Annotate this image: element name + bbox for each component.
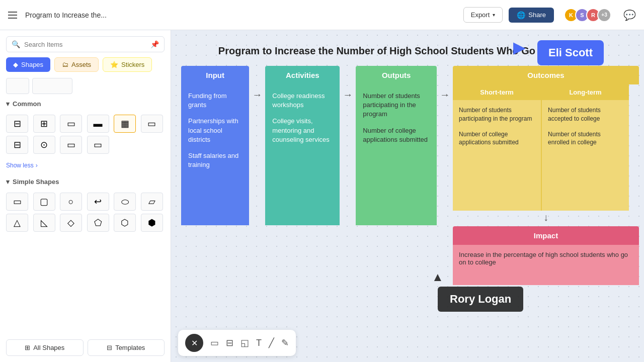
collapse-arrow-icon: ▾ (6, 178, 10, 186)
list-item: Number of students accepted to college (548, 106, 623, 123)
bottom-buttons: ⊞ All Shapes ⊟ Templates (6, 339, 165, 356)
show-less-label: Show less (6, 162, 34, 169)
outputs-column: Outputs Number of students participating… (356, 66, 437, 225)
shape-item[interactable]: ⬭ (114, 193, 136, 211)
shape-item[interactable]: ↩ (87, 193, 109, 211)
search-bar: 🔍 📌 (6, 36, 165, 52)
pin-icon[interactable]: 📌 (150, 40, 159, 48)
outcomes-header: Outcomes (453, 66, 639, 84)
stickers-icon: ⭐ (110, 61, 118, 68)
collapse-arrow-icon: ▾ (6, 100, 10, 108)
shape-item[interactable]: ▭ (6, 193, 28, 211)
show-less-button[interactable]: Show less › (6, 162, 165, 169)
diagram: Program to Increase the Number of High S… (181, 45, 639, 285)
arrow-1: → (249, 66, 265, 101)
shape-item[interactable]: ⊙ (33, 136, 55, 154)
all-shapes-icon: ⊞ (25, 344, 30, 351)
list-item: College visits, mentoring and counseling… (272, 117, 333, 144)
list-item: Partnerships with local school districts (188, 117, 242, 144)
common-label: Common (13, 100, 41, 108)
rory-logan-tooltip: Rory Logan (438, 287, 523, 312)
templates-icon: ⊟ (107, 344, 112, 351)
tab-assets[interactable]: 🗂 Assets (54, 57, 99, 72)
eli-arrow-icon: ▶ (513, 38, 526, 57)
shapes-icon: ◆ (13, 61, 18, 68)
shape-item[interactable]: ⬠ (87, 214, 109, 232)
list-item: Number of students participating in the … (459, 106, 535, 123)
shape-item[interactable]: ⊟ (6, 115, 28, 133)
left-panel: 🔍 📌 ◆ Shapes 🗂 Assets ⭐ Stickers ▾ (0, 30, 171, 362)
shape-item[interactable]: ▭ (141, 115, 163, 133)
shape-item[interactable]: ◺ (33, 214, 55, 232)
tab-stickers[interactable]: ⭐ Stickers (103, 57, 152, 72)
input-body: Funding from grants Partnerships with lo… (181, 84, 249, 225)
shape-item[interactable]: ⊞ (33, 115, 55, 133)
list-item: Number of students enrolled in college (548, 130, 623, 147)
input-column: Input Funding from grants Partnerships w… (181, 66, 249, 225)
short-term-body: Number of students participating in the … (453, 100, 541, 211)
rectangle-tool-icon[interactable]: ▭ (210, 337, 219, 348)
arrow-3: → (437, 66, 453, 101)
shape-type-item[interactable] (32, 78, 72, 94)
shape-item[interactable]: ▦ (114, 115, 136, 133)
share-button[interactable]: 🌐 Share (509, 8, 554, 23)
templates-button[interactable]: ⊟ Templates (88, 339, 165, 356)
shape-type-item[interactable] (6, 78, 29, 94)
shapes-label: Shapes (21, 61, 43, 68)
all-shapes-label: All Shapes (33, 344, 64, 351)
eli-scott-text: Eli Scott (548, 46, 593, 59)
common-section-header[interactable]: ▾ Common (6, 100, 165, 108)
long-term-body: Number of students accepted to college N… (542, 100, 629, 211)
assets-label: Assets (71, 61, 91, 68)
shape-item[interactable]: ◇ (60, 214, 82, 232)
diagram-flow: Input Funding from grants Partnerships w… (181, 66, 639, 285)
close-button[interactable]: ✕ (185, 334, 203, 352)
activities-header: Activities (265, 66, 340, 84)
chevron-right-icon: › (36, 162, 38, 169)
export-button[interactable]: Export ▾ (463, 7, 503, 23)
shape-item[interactable]: ⬢ (141, 214, 163, 232)
simple-shapes-section-header[interactable]: ▾ Simple Shapes (6, 178, 165, 186)
simple-shapes-label: Simple Shapes (13, 178, 59, 186)
chat-button[interactable]: 💬 (623, 9, 636, 21)
list-item: College readiness workshops (272, 92, 333, 110)
impact-header: Impact (453, 226, 639, 245)
shape-item[interactable]: △ (6, 214, 28, 232)
chevron-down-icon: ▾ (493, 12, 495, 18)
shape-item[interactable]: ○ (60, 193, 82, 211)
text-tool-icon[interactable]: T (256, 338, 262, 348)
bottom-toolbar: ✕ ▭ ⊟ ◱ T ╱ ✎ (178, 330, 296, 356)
search-icon: 🔍 (12, 40, 20, 48)
shape-item[interactable]: ▭ (60, 115, 82, 133)
shape-item[interactable]: ▭ (87, 136, 109, 154)
note-tool-icon[interactable]: ◱ (240, 337, 249, 348)
activities-body: College readiness workshops College visi… (265, 84, 340, 225)
shadow-rect-tool-icon[interactable]: ⊟ (226, 337, 233, 348)
stickers-label: Stickers (121, 61, 144, 68)
shape-item[interactable]: ▭ (60, 136, 82, 154)
common-shapes-grid: ⊟ ⊞ ▭ ▬ ▦ ▭ ⊟ ⊙ ▭ ▭ (6, 115, 165, 154)
search-input[interactable] (24, 41, 146, 48)
menu-button[interactable] (8, 12, 17, 19)
tab-shapes[interactable]: ◆ Shapes (6, 57, 50, 72)
shape-item[interactable]: ▱ (141, 193, 163, 211)
templates-label: Templates (115, 344, 145, 351)
list-item: Staff salaries and training (188, 151, 242, 169)
all-shapes-button[interactable]: ⊞ All Shapes (6, 339, 84, 356)
outcomes-cols: Short-term Number of students participat… (453, 84, 639, 211)
export-label: Export (471, 11, 490, 19)
outcomes-impact-section: Outcomes Short-term Number of students p… (453, 66, 639, 285)
shape-item[interactable]: ⬡ (114, 214, 136, 232)
shape-item[interactable]: ▬ (87, 115, 109, 133)
short-term-header: Short-term (453, 84, 541, 100)
canvas-area[interactable]: Eli Scott ▶ Program to Increase the Numb… (171, 30, 644, 362)
outcomes-section: Outcomes Short-term Number of students p… (453, 66, 639, 211)
shape-item[interactable]: ⊟ (6, 136, 28, 154)
short-term-column: Short-term Number of students participat… (453, 84, 541, 211)
pen-tool-icon[interactable]: ✎ (281, 337, 289, 348)
chat-icon: 💬 (623, 10, 636, 21)
shape-item[interactable]: ▢ (33, 193, 55, 211)
line-tool-icon[interactable]: ╱ (269, 337, 274, 348)
avatar-group: K S R +3 (564, 8, 611, 22)
list-item: Funding from grants (188, 92, 242, 110)
